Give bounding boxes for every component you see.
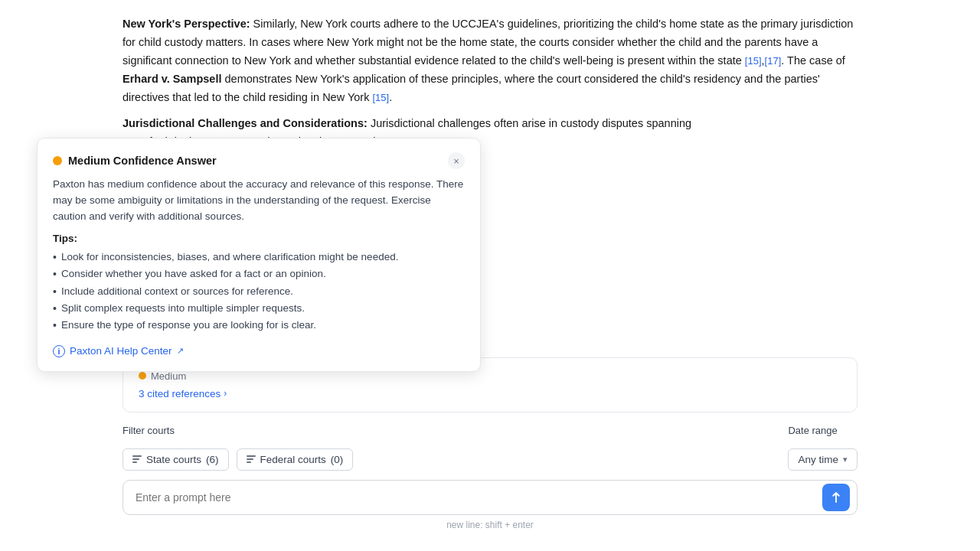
info-icon: i: [53, 345, 65, 357]
popup-title-row: Medium Confidence Answer: [53, 155, 217, 167]
send-icon: [829, 491, 843, 504]
main-content: New York's Perspective: Similarly, New Y…: [0, 0, 980, 551]
state-courts-button[interactable]: State courts (6): [122, 448, 229, 471]
date-range-label: Date range: [788, 425, 858, 436]
tip-3: Include additional context or sources fo…: [53, 283, 465, 300]
popup-close-button[interactable]: ×: [448, 152, 465, 169]
citation-17[interactable]: [17]: [765, 55, 782, 67]
popup-title: Medium Confidence Answer: [68, 155, 217, 167]
ny-perspective-label: New York's Perspective:: [122, 18, 250, 30]
ny-perspective-block: New York's Perspective: Similarly, New Y…: [122, 0, 858, 115]
date-range-group: Date range Any time ▾: [788, 425, 858, 471]
cited-refs-label: 3 cited references: [139, 388, 220, 399]
jurisdictional-heading: Jurisdictional Challenges and Considerat…: [122, 117, 368, 129]
federal-courts-button[interactable]: Federal courts (0): [237, 448, 354, 471]
citation-15b[interactable]: [15]: [372, 92, 389, 103]
case-intro: The case of: [787, 54, 845, 67]
cited-refs[interactable]: 3 cited references ›: [139, 388, 841, 399]
case-body: demonstrates New York's application of t…: [122, 73, 820, 103]
date-range-col: Date range Any time ▾: [788, 425, 858, 471]
filter-section: Filter courts State courts (6): [122, 425, 858, 471]
tip-1: Look for inconsistencies, biases, and wh…: [53, 249, 465, 266]
filter-row: Filter courts State courts (6): [122, 425, 858, 471]
tip-4: Split complex requests into multiple sim…: [53, 300, 465, 317]
state-courts-count: (6): [206, 454, 219, 465]
filter-courts-label: Filter courts: [122, 425, 175, 436]
hint-text: new line: shift + enter: [122, 520, 858, 530]
chevron-right-icon: ›: [224, 388, 227, 399]
case-name: Erhard v. Sampsell: [122, 73, 221, 85]
prompt-input[interactable]: [122, 480, 858, 515]
confidence-popup: Medium Confidence Answer × Paxton has me…: [37, 138, 481, 372]
citation-15[interactable]: [15]: [745, 55, 762, 67]
confidence-dot: [139, 372, 146, 380]
jurisdictional-body: Jurisdictional challenges often arise in…: [371, 117, 691, 129]
close-icon: ×: [453, 155, 459, 167]
tip-2: Consider whether you have asked for a fa…: [53, 266, 465, 282]
tip-5: Ensure the type of response you are look…: [53, 317, 465, 334]
filter-buttons: State courts (6) Federal courts (0): [122, 448, 353, 471]
popup-body: Paxton has medium confidence about the a…: [53, 177, 465, 225]
popup-tips-list: Look for inconsistencies, biases, and wh…: [53, 249, 465, 334]
confidence-row: Medium: [139, 370, 841, 382]
date-range-button[interactable]: Any time ▾: [788, 448, 858, 471]
popup-tips-title: Tips:: [53, 233, 465, 244]
prompt-area: [122, 480, 858, 515]
date-range-value: Any time: [798, 454, 838, 465]
chevron-down-icon: ▾: [843, 455, 848, 465]
popup-header: Medium Confidence Answer ×: [53, 152, 465, 169]
federal-courts-lines-icon: [247, 455, 256, 463]
state-courts-lines-icon: [132, 455, 142, 463]
confidence-label: Medium: [151, 370, 186, 382]
federal-courts-count: (0): [331, 454, 344, 465]
popup-confidence-dot: [53, 156, 62, 165]
state-courts-label: State courts: [146, 454, 201, 465]
external-link-icon: ↗: [177, 346, 184, 356]
paxton-help-link[interactable]: Paxton AI Help Center: [70, 345, 172, 357]
send-button[interactable]: [822, 484, 850, 511]
federal-courts-label: Federal courts: [260, 454, 326, 465]
popup-link-row: i Paxton AI Help Center ↗: [53, 345, 465, 357]
filter-courts-group: Filter courts State courts (6): [122, 425, 353, 471]
